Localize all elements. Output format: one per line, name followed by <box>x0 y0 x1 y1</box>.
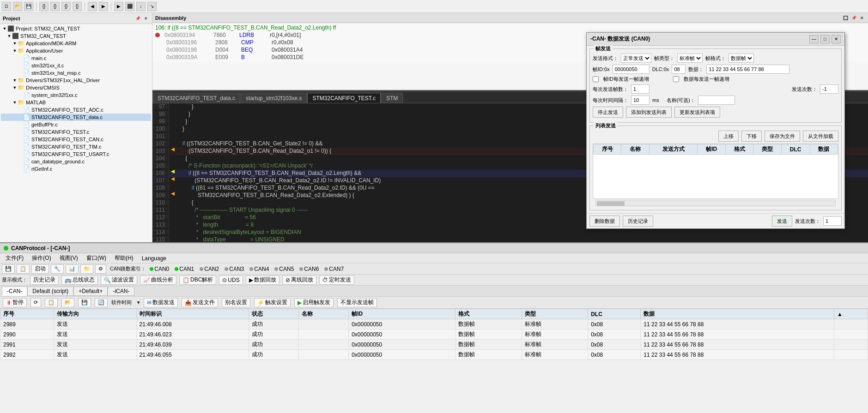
start-trigger-btn[interactable]: ▶ 启用触发发 <box>294 298 334 307</box>
can1-indicator[interactable]: CAN1 <box>173 266 196 272</box>
expand-matlab[interactable]: ▼ <box>12 100 18 105</box>
tree-expand-root[interactable]: ▼ <box>2 26 7 31</box>
can-toolbar-btn2[interactable]: 📋 <box>17 264 30 274</box>
time-interval-input[interactable] <box>631 96 649 105</box>
hide-frame-btn[interactable]: 不显示发送帧 <box>337 298 377 307</box>
nav-back-icon[interactable]: ◀ <box>88 2 97 11</box>
send-count-input[interactable] <box>631 84 649 94</box>
frame-id-incr-checkbox[interactable] <box>593 76 599 82</box>
dlc-input[interactable] <box>672 65 686 74</box>
can5-indicator[interactable]: CAN5 <box>273 266 296 272</box>
send-format-select[interactable]: 正常发送 <box>621 54 651 63</box>
name-input[interactable] <box>698 96 735 105</box>
can-toolbar-btn6[interactable]: ⚙ <box>95 264 106 274</box>
send-file-btn[interactable]: 📤 发送文件 <box>182 298 218 307</box>
code2-icon[interactable]: {} <box>73 2 82 11</box>
data-input[interactable] <box>706 65 789 74</box>
data-incr-checkbox[interactable] <box>673 76 679 82</box>
trigger-setting-btn[interactable]: ⚡ 触发设置 <box>254 298 291 307</box>
tree-usart-c[interactable]: 📄 STM32CANFIFO_TEST_USART.c <box>1 150 151 158</box>
menu-file[interactable]: 文件(F) <box>2 254 27 263</box>
tab-default-script[interactable]: Default (script) <box>27 287 73 296</box>
send-btn[interactable]: 发送 <box>772 215 792 227</box>
dbc-btn[interactable]: 📋 DBC解析 <box>179 275 216 285</box>
build-icon[interactable]: {} <box>39 2 49 11</box>
tree-system-c[interactable]: 📄 system_stm32f1xx.c <box>1 91 151 99</box>
stop-send-btn[interactable]: 停止发送 <box>593 107 623 118</box>
nav-fwd-icon[interactable]: ▶ <box>99 2 108 11</box>
dt-toolbar-btn2[interactable]: 📋 <box>45 298 58 307</box>
tab-startup[interactable]: startup_stm32f103xe.s <box>241 93 307 103</box>
panel-pin-icon[interactable]: 📌 <box>134 15 141 22</box>
tree-can-c[interactable]: 📄 STM32CANFIFO_TEST_CAN.c <box>1 136 151 143</box>
delete-data-btn[interactable]: 删除数据 <box>589 215 620 227</box>
file-new-icon[interactable]: 🗋 <box>2 2 11 11</box>
list-load-btn[interactable]: 从文件加载 <box>803 131 838 142</box>
tree-stm32-root[interactable]: ▼ ⬛ STM32_CAN_TEST <box>1 32 151 40</box>
frame-id-input[interactable] <box>613 65 649 74</box>
stop-btn[interactable]: ⏸ 暂停 <box>3 298 27 307</box>
tab-can[interactable]: -CAN- <box>2 287 27 296</box>
can7-indicator[interactable]: CAN7 <box>322 266 346 272</box>
tree-matlab[interactable]: ▼ 📁 MATLAB <box>1 99 151 106</box>
can4-indicator[interactable]: CAN4 <box>248 266 271 272</box>
bus-status-btn[interactable]: 🚌 总线状态 <box>61 275 98 285</box>
expand-user[interactable]: ▼ <box>12 48 18 54</box>
can0-indicator[interactable]: CAN0 <box>148 266 171 272</box>
step-icon[interactable]: ↓ <box>136 2 146 11</box>
tree-rtgetinf-c[interactable]: 📄 rtGetInf.c <box>1 165 151 173</box>
dt-toolbar-btn5[interactable]: 🔄 <box>95 298 108 307</box>
run-icon[interactable]: ▶ <box>114 2 123 11</box>
menu-view[interactable]: 视图(V) <box>56 254 82 263</box>
can6-indicator[interactable]: CAN6 <box>297 266 321 272</box>
panel-close-icon[interactable]: ✕ <box>143 15 149 22</box>
expand-cmsis[interactable]: ▼ <box>12 85 18 90</box>
data-replay-btn[interactable]: ▶ 数据回放 <box>246 275 279 285</box>
can-save-btn[interactable]: 💾 <box>2 264 15 274</box>
menu-language[interactable]: Language <box>138 254 170 263</box>
debug-icon[interactable]: ⬛ <box>125 2 134 11</box>
list-table-area[interactable]: 序号 名称 发送方式 帧ID 格式 类型 DLC 数据 <box>593 144 838 199</box>
list-save-btn[interactable]: 保存为文件 <box>765 131 800 142</box>
tab-data-c[interactable]: STM32CANFIFO_TEST_data.c <box>152 93 240 103</box>
dt-toolbar-btn4[interactable]: 💾 <box>78 298 91 307</box>
curve-btn[interactable]: 📈 曲线分析 <box>140 275 176 285</box>
tree-tim-c[interactable]: 📄 STM32CANFIFO_TEST_TIM.c <box>1 143 151 150</box>
list-up-btn[interactable]: 上移 <box>718 131 739 142</box>
can2-indicator[interactable]: CAN2 <box>198 266 221 272</box>
tree-cmsis[interactable]: ▼ 📁 Drivers/CMSIS <box>1 84 151 91</box>
tree-hal-driver[interactable]: ▼ 📁 Drivers/STM32F1xx_HAL_Driver <box>1 77 151 84</box>
expand-hal[interactable]: ▼ <box>12 78 18 83</box>
tree-getbuff-c[interactable]: 📄 getBuffPtr.c <box>1 121 151 128</box>
tree-test-c[interactable]: 📄 STM32CANFIFO_TEST.c <box>1 128 151 136</box>
timer-send-btn[interactable]: ⏱ 定时发送 <box>319 275 354 285</box>
step-over-icon[interactable]: ↘ <box>147 2 157 11</box>
tree-app-user[interactable]: ▼ 📁 Application/User <box>1 47 151 54</box>
expand-mdk[interactable]: ▼ <box>12 41 18 46</box>
dis-float-icon[interactable]: 🔲 <box>842 15 849 21</box>
history-btn[interactable]: 历史记录 <box>30 275 59 285</box>
frame-type-select[interactable]: 标准帧 <box>677 54 703 63</box>
filter-btn[interactable]: 🔍 滤波设置 <box>101 275 137 285</box>
list-scrollbar[interactable] <box>595 200 836 206</box>
dis-pin-icon[interactable]: 📌 <box>850 15 857 21</box>
rebuild-icon[interactable]: {} <box>50 2 60 11</box>
update-list-btn[interactable]: 更新发送列表项 <box>674 107 720 118</box>
tab-stm[interactable]: STM <box>381 93 403 103</box>
tree-data-c[interactable]: 📄 STM32CANFIFO_TEST_data.c <box>1 114 151 121</box>
data-send-btn[interactable]: ✉ 数据发送 <box>144 298 178 307</box>
can-toolbar-btn5[interactable]: 📁 <box>80 264 93 274</box>
can-start-btn[interactable]: 启动 <box>31 264 49 274</box>
uds-btn[interactable]: ⊙ UDS <box>219 275 243 285</box>
tab-default-plus[interactable]: +Default+ <box>73 287 108 296</box>
data-table-container[interactable]: 序号 传输方向 时间标识 状态 名称 帧ID 格式 类型 DLC 数据 ▲ 29… <box>0 309 868 360</box>
tree-adc-c[interactable]: 📄 STM32CANFIFO_TEST_ADC.c <box>1 106 151 114</box>
menu-operate[interactable]: 操作(O) <box>28 254 55 263</box>
alias-setting-btn[interactable]: 别名设置 <box>222 298 250 307</box>
code-icon[interactable]: {} <box>61 2 71 11</box>
reload-btn[interactable]: ⟳ <box>30 298 41 307</box>
can-toolbar-btn4[interactable]: 📊 <box>66 264 79 274</box>
menu-window[interactable]: 窗口(W) <box>83 254 110 263</box>
list-down-btn[interactable]: 下移 <box>741 131 762 142</box>
tab-test-c[interactable]: STM32CANFIFO_TEST.c <box>307 93 381 103</box>
